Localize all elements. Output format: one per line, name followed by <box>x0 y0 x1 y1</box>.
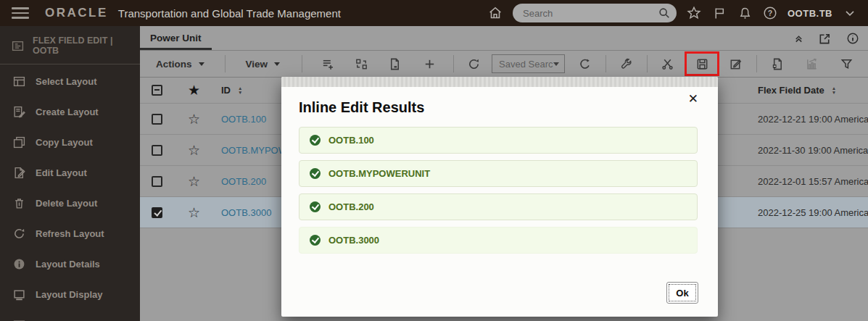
success-check-icon <box>310 135 321 146</box>
add-row-plus-icon[interactable] <box>421 56 437 72</box>
row-checkbox[interactable] <box>152 114 162 125</box>
close-icon[interactable]: ✕ <box>688 93 698 105</box>
saved-search-dropdown[interactable]: Saved Searc <box>492 54 565 73</box>
refresh-results-icon[interactable] <box>466 56 481 72</box>
edit-layout-icon <box>13 167 25 179</box>
inline-edit-icon[interactable] <box>727 56 743 72</box>
display-icon <box>13 288 25 301</box>
messages-icon <box>13 319 25 321</box>
success-check-icon <box>310 235 321 246</box>
view-menu-button[interactable]: View <box>246 59 281 70</box>
copy-layout-icon <box>13 136 25 149</box>
trash-icon <box>13 197 25 209</box>
home-icon[interactable] <box>487 5 503 21</box>
favorites-star-icon[interactable] <box>686 5 702 21</box>
toolbar: Actions View <box>140 51 868 78</box>
tab-power-unit[interactable]: Power Unit <box>140 26 212 50</box>
oracle-logo: ORACLE <box>45 6 108 20</box>
open-in-window-icon[interactable] <box>818 32 832 46</box>
sidebar-item-label: Layout Display <box>36 289 102 300</box>
row-flex-field-date: 2022-12-25 19:00 America/ <box>758 207 868 218</box>
select-all-checkbox[interactable] <box>152 85 162 96</box>
reorder-columns-icon[interactable] <box>353 56 369 72</box>
add-to-results-icon[interactable] <box>320 56 336 72</box>
sidebar-header-label: FLEX FIELD EDIT | OOTB <box>33 36 140 56</box>
flag-icon[interactable] <box>711 5 727 21</box>
chart-icon-disabled <box>803 56 819 72</box>
filter-funnel-icon[interactable] <box>838 56 854 72</box>
result-label: OOTB.200 <box>328 201 374 212</box>
ok-button[interactable]: Ok <box>666 282 698 304</box>
chevron-down-icon <box>553 62 559 66</box>
sidebar-item-copy-layout[interactable]: Copy Layout <box>0 127 140 157</box>
inline-edit-results-dialog: ✕ Inline Edit Results OOTB.100 OOTB.MYPO… <box>281 77 718 317</box>
sidebar-item-label: Create Layout <box>36 107 99 117</box>
favorite-star-icon[interactable]: ☆ <box>188 111 200 128</box>
sidebar-item-delete-layout[interactable]: Delete Layout <box>0 188 140 218</box>
sidebar-item-label: Delete Layout <box>36 198 97 209</box>
result-item: OOTB.100 <box>299 127 698 154</box>
reload-icon[interactable] <box>576 56 592 72</box>
save-button[interactable] <box>694 56 710 72</box>
export-document-icon[interactable] <box>769 56 785 72</box>
sidebar-item-refresh-layout[interactable]: Refresh Layout <box>0 218 140 249</box>
sidebar-item-layout-display[interactable]: Layout Display <box>0 279 140 309</box>
row-checkbox[interactable] <box>152 145 162 156</box>
flex-field-edit-icon <box>12 40 24 52</box>
info-circle-icon[interactable] <box>846 32 859 45</box>
tab-label: Power Unit <box>150 33 202 43</box>
date-column-header[interactable]: Flex Field Date <box>758 85 824 96</box>
save-icon <box>695 57 709 71</box>
actions-menu-button[interactable]: Actions <box>156 59 204 70</box>
favorite-star-icon[interactable]: ☆ <box>188 173 200 190</box>
sidebar-item-edit-layout[interactable]: Edit Layout <box>0 157 140 188</box>
user-menu-label[interactable]: OOTB.TB <box>788 8 832 19</box>
sidebar-item-label: Edit Layout <box>36 167 87 178</box>
search-icon[interactable] <box>658 7 671 20</box>
sidebar-item-layout-messages[interactable]: Layout Messages <box>0 309 140 321</box>
chevron-down-icon <box>199 62 204 66</box>
view-menu-label: View <box>246 59 268 70</box>
create-layout-icon <box>13 106 25 118</box>
search-input[interactable] <box>523 8 658 19</box>
dialog-header-texture <box>281 77 718 87</box>
row-checkbox[interactable] <box>152 176 162 187</box>
favorite-star-icon[interactable]: ☆ <box>188 204 200 221</box>
sidebar-item-select-layout[interactable]: Select Layout <box>0 66 140 96</box>
sort-icon[interactable]: ▲▼ <box>238 86 242 94</box>
tab-bar: Power Unit <box>140 26 868 51</box>
cut-icon[interactable] <box>659 56 675 72</box>
id-column-header[interactable]: ID <box>221 85 231 96</box>
notifications-bell-icon[interactable] <box>737 5 753 21</box>
saved-search-label: Saved Searc <box>499 59 553 70</box>
search-bar[interactable] <box>513 4 677 22</box>
dialog-title: Inline Edit Results <box>299 99 698 116</box>
wrench-icon[interactable] <box>618 56 634 72</box>
help-icon[interactable]: ? <box>762 5 778 21</box>
result-item: OOTB.3000 <box>299 227 698 254</box>
svg-text:?: ? <box>768 9 772 17</box>
menu-icon[interactable] <box>12 7 29 19</box>
sidebar: FLEX FIELD EDIT | OOTB Select Layout Cre… <box>0 26 140 321</box>
sidebar-divider <box>0 64 140 64</box>
sidebar-item-label: Layout Details <box>36 259 100 270</box>
sidebar-header: FLEX FIELD EDIT | OOTB <box>0 32 140 59</box>
favorite-star-icon[interactable]: ☆ <box>188 142 200 159</box>
results-list: OOTB.100 OOTB.MYPOWERUNIT OOTB.200 OOTB.… <box>299 127 698 254</box>
row-checkbox-checked[interactable] <box>152 207 162 218</box>
sidebar-item-layout-details[interactable]: Layout Details <box>0 249 140 279</box>
actions-menu-label: Actions <box>156 59 192 70</box>
result-item: OOTB.200 <box>299 193 698 220</box>
chevron-down-icon[interactable] <box>842 5 858 21</box>
new-document-icon[interactable] <box>387 56 402 72</box>
sidebar-item-create-layout[interactable]: Create Layout <box>0 96 140 127</box>
success-check-icon <box>310 201 321 212</box>
result-label: OOTB.100 <box>328 135 374 146</box>
sort-icon[interactable]: ▲▼ <box>832 86 836 94</box>
topbar: ORACLE Transportation and Global Trade M… <box>0 0 868 26</box>
sidebar-item-label: Refresh Layout <box>36 228 104 239</box>
result-item: OOTB.MYPOWERUNIT <box>299 160 698 187</box>
collapse-icon[interactable] <box>794 34 803 43</box>
favorite-column-star-icon[interactable]: ★ <box>188 82 200 99</box>
sidebar-item-label: Select Layout <box>36 76 97 87</box>
